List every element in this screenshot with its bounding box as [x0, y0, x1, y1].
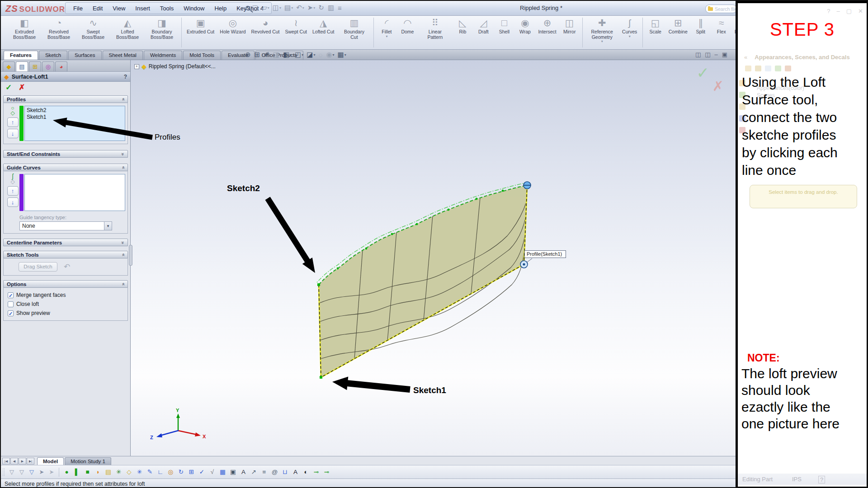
commandmanager-tab[interactable]: Sheet Metal [103, 51, 143, 60]
commandmanager-tab[interactable]: Mold Tools [183, 51, 221, 60]
ribbon-button[interactable]: ◺Rib [452, 16, 473, 49]
filter-icon[interactable]: ▌ [72, 467, 82, 478]
filter-icon[interactable]: ▤ [103, 467, 113, 478]
filter-icon[interactable]: ⊔ [280, 467, 290, 478]
commandmanager-tab[interactable]: Sketch [39, 51, 67, 60]
quick-access-button[interactable]: ▱▾ [260, 3, 269, 12]
filter-icon[interactable]: ✎ [145, 467, 155, 478]
ribbon-button[interactable]: ⊕Intersect [535, 16, 559, 49]
ribbon-button[interactable]: ∥Split [690, 16, 711, 49]
menu-item[interactable]: File [68, 4, 88, 13]
filter-icon[interactable]: ✳ [134, 467, 145, 478]
ok-button[interactable]: ✓ [5, 83, 12, 92]
menu-search-icon[interactable] [245, 6, 250, 10]
move-guide-down-button[interactable]: ↓ [7, 197, 19, 207]
filter-tool-icon[interactable]: ➤ [47, 469, 57, 475]
model-tab[interactable]: Model [37, 457, 64, 465]
filter-icon[interactable]: ◇ [124, 467, 134, 478]
pane-button-icon[interactable]: ▣ [722, 51, 727, 58]
ribbon-button[interactable]: ◜Fillet▾ [376, 16, 397, 49]
ribbon-button[interactable]: ◿Draft [473, 16, 494, 49]
ribbon-button[interactable]: ≀Swept Cut [283, 16, 310, 49]
ribbon-button[interactable]: ✚Reference Geometry▾ [585, 16, 619, 49]
quick-access-button[interactable]: ➤▾ [306, 3, 316, 12]
tab-nav-button[interactable]: ▶| [27, 458, 34, 465]
filter-tool-icon[interactable]: ➤ [37, 469, 47, 475]
move-profile-up-button[interactable]: ↑ [7, 117, 19, 127]
expand-icon[interactable]: » [120, 152, 126, 155]
headsup-button[interactable]: ◉▾ [326, 51, 334, 59]
collapse-icon[interactable]: » [120, 98, 126, 100]
guide-tangency-dropdown[interactable]: None ▾ [19, 221, 112, 230]
ribbon-button[interactable]: ◠Dome [397, 16, 418, 49]
filter-icon[interactable]: ⊞ [186, 467, 197, 478]
help-icon[interactable]: ? [124, 74, 127, 80]
ribbon-button[interactable]: ▣Extruded Cut [184, 16, 217, 49]
filter-icon[interactable]: ✳ [113, 467, 124, 478]
ribbon-button[interactable]: ◎Hole Wizard [217, 16, 248, 49]
ribbon-button[interactable]: ◔Revolved Boss/Base [42, 16, 76, 49]
start-end-constraints-header[interactable]: Start/End Constraints » [3, 150, 128, 158]
ribbon-button[interactable]: ʃCurves▾ [619, 16, 640, 49]
filter-icon[interactable]: ◐ [301, 467, 311, 478]
filter-icon[interactable]: ↻ [176, 467, 186, 478]
expand-icon[interactable]: » [120, 241, 126, 244]
checkbox[interactable]: ✓ [8, 292, 14, 298]
headsup-button[interactable]: ⊕ [245, 51, 251, 59]
move-guide-up-button[interactable]: ↑ [7, 186, 19, 196]
quick-access-button[interactable]: ▤▾ [283, 3, 293, 12]
featuremanager-tab[interactable]: ▤ [16, 61, 28, 71]
filter-tool-icon[interactable]: ▽ [17, 469, 27, 475]
headsup-button[interactable]: ◧▾ [283, 51, 292, 59]
guide-curves-header[interactable]: Guide Curves » [3, 164, 128, 171]
ribbon-button[interactable]: ◉Wrap [514, 16, 535, 49]
profile-list-item[interactable]: Sketch1 [27, 114, 123, 121]
options-header[interactable]: Options » [3, 280, 128, 288]
filter-icon[interactable]: ⊸ [311, 467, 321, 478]
undo-icon[interactable]: ↶ [64, 262, 70, 272]
ribbon-button[interactable]: ◨Boundary Boss/Base [145, 16, 179, 49]
headsup-button[interactable]: ◪▾ [307, 51, 315, 59]
commandmanager-tab[interactable]: Surfaces [68, 51, 101, 60]
quick-access-button[interactable]: ▢ [250, 3, 259, 12]
ribbon-button[interactable]: ⊞Combine [666, 16, 690, 49]
ribbon-button[interactable]: ▥Boundary Cut [337, 16, 371, 49]
featuremanager-tab[interactable]: ◎ [42, 61, 54, 71]
filter-icon[interactable]: ↗ [249, 467, 259, 478]
collapse-icon[interactable]: » [120, 253, 126, 256]
loft-preview-canvas[interactable]: Y X Z [131, 60, 736, 456]
sketch-tools-header[interactable]: Sketch Tools » [3, 251, 128, 258]
filter-icon[interactable]: √ [207, 467, 217, 478]
featuremanager-tab[interactable]: ◕ [55, 61, 67, 71]
ribbon-button[interactable]: □Shell [494, 16, 514, 49]
menu-item[interactable]: Edit [88, 4, 108, 13]
menu-item[interactable]: Insert [130, 4, 155, 13]
headsup-button[interactable]: ✐ [264, 51, 270, 59]
headsup-button[interactable]: ◌ [319, 51, 323, 59]
filter-icon[interactable]: ▦ [217, 467, 228, 478]
quick-access-button[interactable]: ≡ [336, 4, 342, 12]
filter-icon[interactable]: ⊸ [321, 467, 332, 478]
tab-nav-button[interactable]: ◀ [10, 458, 18, 465]
ribbon-button[interactable]: ≈Flex [711, 16, 732, 49]
filter-icon[interactable]: ▣ [228, 467, 238, 478]
tab-nav-button[interactable]: |◀ [2, 458, 10, 465]
headsup-button[interactable]: ⊞ [255, 51, 261, 59]
quick-access-button[interactable]: ↻ [317, 3, 325, 12]
checkbox[interactable] [8, 301, 14, 307]
menu-item[interactable]: Tools [155, 4, 179, 13]
collapse-icon[interactable]: » [120, 282, 126, 285]
filter-icon[interactable]: A [290, 467, 301, 478]
filter-icon[interactable]: ◎ [165, 467, 176, 478]
commandmanager-tab[interactable]: Features [4, 51, 38, 60]
filter-icon[interactable]: @ [269, 467, 280, 478]
guide-curves-list[interactable] [24, 174, 125, 211]
profiles-list[interactable]: Sketch2Sketch1 [24, 106, 125, 141]
profile-list-item[interactable]: Sketch2 [27, 107, 123, 114]
pane-button-icon[interactable]: ◫ [695, 51, 701, 58]
pane-button-icon[interactable]: ◫ [705, 51, 710, 58]
tab-nav-button[interactable]: ▶ [19, 458, 26, 465]
centerline-parameters-header[interactable]: Centerline Parameters » [3, 239, 128, 246]
panel-splitter-handle[interactable] [129, 245, 132, 266]
filter-icon[interactable]: A [238, 467, 249, 478]
